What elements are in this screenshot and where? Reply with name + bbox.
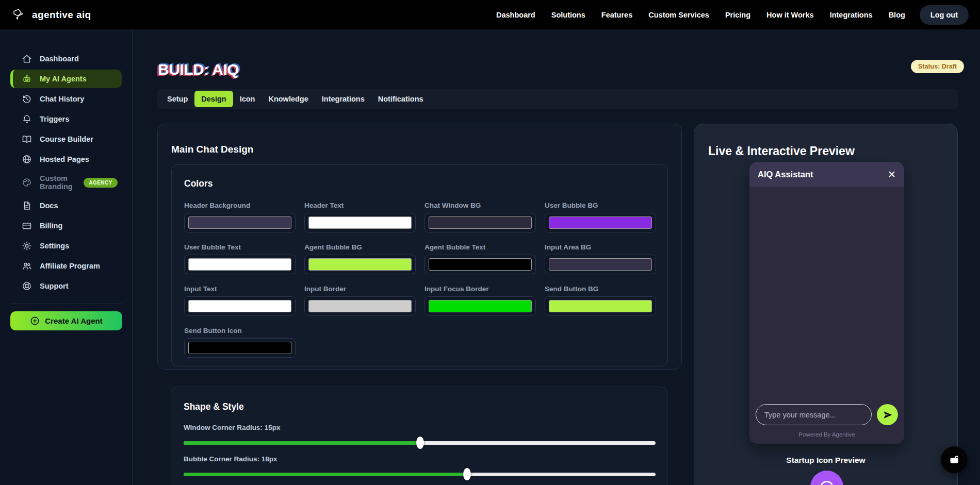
tab[interactable]: Knowledge: [262, 91, 315, 107]
home-icon: [22, 54, 32, 64]
sidebar-item-settings[interactable]: Settings: [10, 237, 122, 255]
sidebar-item-label: Custom Branding: [40, 174, 74, 191]
startup-icon-preview[interactable]: [810, 471, 843, 485]
live-preview-title: Live & Interactive Preview: [708, 144, 855, 158]
topnav-link[interactable]: Integrations: [830, 11, 873, 19]
color-picker-input[interactable]: [304, 213, 416, 232]
sidebar-item-my-ai-agents[interactable]: My AI Agents: [10, 70, 122, 88]
sidebar-item-hosted-pages[interactable]: Hosted Pages: [10, 150, 122, 169]
origami-bird-icon: [11, 8, 26, 22]
color-swatch: [549, 216, 652, 229]
sidebar-item-custom-branding[interactable]: Custom Branding AGENCY: [10, 170, 122, 195]
color-picker-input[interactable]: [184, 338, 296, 358]
palette-icon: [22, 177, 32, 188]
logout-button[interactable]: Log out: [920, 5, 969, 25]
color-swatch: [429, 216, 532, 229]
powered-by-label: Powered By Agentive: [749, 431, 904, 438]
slider-fill: [184, 473, 467, 476]
color-picker-input[interactable]: [424, 213, 536, 232]
paper-plane-icon: [883, 410, 893, 420]
color-field: User Bubble Text: [184, 243, 296, 274]
tab-bar: Setup Design Icon Knowledge Integrations…: [157, 89, 958, 109]
sidebar-divider: [10, 304, 122, 304]
bubble-corner-radius-slider[interactable]: [184, 468, 656, 480]
color-field-label: User Bubble Text: [184, 243, 296, 251]
startup-icon-preview-title: Startup Icon Preview: [694, 456, 957, 465]
globe-icon: [22, 154, 32, 164]
color-grid: Header Background Header Text Ch: [184, 202, 655, 358]
sidebar-item-label: Billing: [40, 222, 62, 230]
sidebar-item-label: Settings: [40, 242, 69, 250]
color-picker-input[interactable]: [184, 255, 296, 274]
sidebar-item-dashboard[interactable]: Dashboard: [10, 49, 122, 68]
color-picker-input[interactable]: [545, 213, 656, 232]
color-picker-input[interactable]: [545, 255, 656, 274]
sidebar-item-docs[interactable]: Docs: [10, 196, 122, 215]
topnav-link[interactable]: Features: [601, 11, 632, 19]
chat-launcher-button[interactable]: [941, 446, 968, 473]
bubble-corner-radius-label: Bubble Corner Radius: 18px: [184, 455, 655, 463]
color-swatch: [429, 258, 532, 271]
color-field-label: Input Border: [304, 285, 416, 293]
topnav-link[interactable]: Dashboard: [496, 11, 535, 19]
color-picker-input[interactable]: [424, 296, 536, 316]
color-field: Header Background: [184, 202, 296, 232]
topnav-links: Dashboard Solutions Features Custom Serv…: [496, 11, 905, 19]
slider-track: [184, 473, 656, 476]
colors-section: Colors Header Background Header Text: [171, 164, 668, 366]
send-button[interactable]: [877, 404, 898, 425]
top-navbar: agentive aiq Dashboard Solutions Feature…: [0, 0, 980, 29]
brand-name: agentive aiq: [32, 9, 91, 21]
slider-thumb[interactable]: [463, 468, 471, 480]
color-picker-input[interactable]: [545, 296, 656, 316]
color-picker-input[interactable]: [304, 255, 416, 274]
color-swatch: [549, 300, 652, 312]
color-field: Header Text: [304, 202, 416, 232]
chat-preview-widget: AIQ Assistant ✕ Powered By Agentive: [749, 162, 904, 444]
sidebar-item-course-builder[interactable]: Course Builder: [10, 130, 122, 148]
main-chat-design-card: Main Chat Design Colors Header Backgroun…: [157, 124, 682, 370]
chat-input-row: [749, 404, 904, 425]
tab[interactable]: Integrations: [315, 91, 371, 107]
color-swatch: [429, 300, 532, 312]
slider-thumb[interactable]: [416, 437, 424, 449]
chat-preview-title: AIQ Assistant: [758, 170, 813, 179]
color-swatch: [188, 300, 291, 312]
chat-message-input[interactable]: [756, 404, 872, 425]
document-icon: [22, 200, 32, 211]
sidebar-item-billing[interactable]: Billing: [10, 216, 122, 235]
tab[interactable]: Icon: [233, 91, 262, 107]
status-badge: Status: Draft: [911, 60, 964, 73]
live-preview-panel: Live & Interactive Preview AIQ Assistant…: [694, 124, 958, 485]
color-field-label: Input Area BG: [545, 243, 656, 251]
credit-card-icon: [22, 221, 32, 231]
chat-bubble-icon: [948, 454, 960, 466]
color-field-label: Send Button BG: [545, 285, 656, 293]
topnav-link[interactable]: Solutions: [551, 11, 585, 19]
color-picker-input[interactable]: [304, 296, 416, 316]
tab[interactable]: Notifications: [371, 91, 430, 107]
close-icon[interactable]: ✕: [888, 170, 896, 179]
sidebar-item-chat-history[interactable]: Chat History: [10, 90, 122, 108]
sidebar-item-affiliate-program[interactable]: Affiliate Program: [10, 257, 122, 275]
topnav-link[interactable]: How it Works: [766, 11, 814, 19]
sidebar-item-triggers[interactable]: Triggers: [10, 110, 122, 128]
tab[interactable]: Setup: [160, 91, 194, 107]
chat-preview-messages: [749, 187, 904, 404]
color-field: Input Text: [184, 285, 296, 316]
window-corner-radius-slider[interactable]: [184, 437, 656, 449]
sidebar-item-label: Triggers: [40, 115, 69, 123]
sidebar-item-label: Dashboard: [40, 55, 79, 63]
color-swatch: [188, 216, 291, 229]
robot-icon: [22, 74, 32, 84]
topnav-link[interactable]: Custom Services: [648, 11, 709, 19]
brand[interactable]: agentive aiq: [11, 8, 91, 22]
topnav-link[interactable]: Pricing: [725, 11, 750, 19]
topnav-link[interactable]: Blog: [889, 11, 905, 19]
create-ai-agent-button[interactable]: Create AI Agent: [10, 311, 122, 330]
tab[interactable]: Design: [194, 91, 233, 107]
sidebar-item-support[interactable]: Support: [10, 277, 122, 295]
color-picker-input[interactable]: [184, 296, 296, 316]
color-picker-input[interactable]: [424, 255, 536, 274]
color-picker-input[interactable]: [184, 213, 296, 232]
